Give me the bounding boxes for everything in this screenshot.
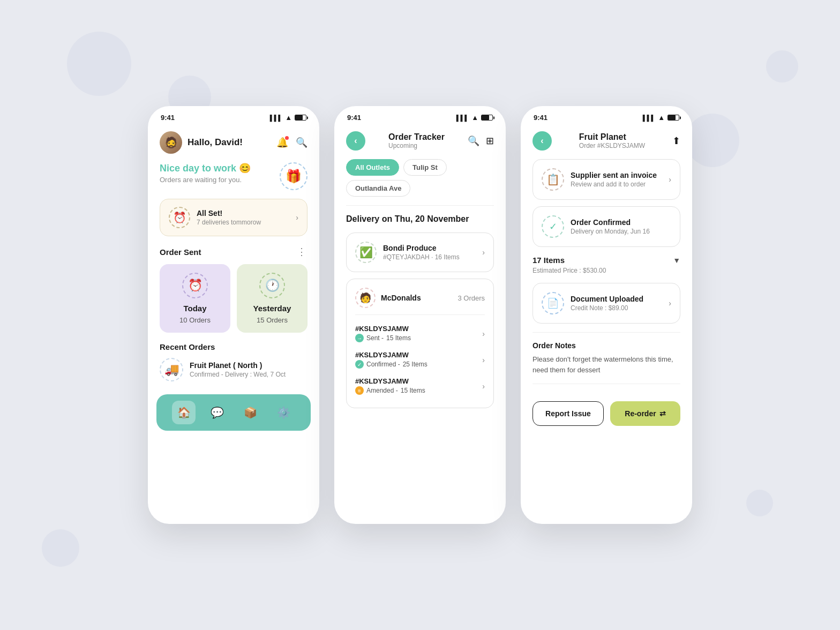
sent-status-icon: → xyxy=(355,334,364,342)
recent-orders-section: Recent Orders 🚚 Fruit Planet ( North ) C… xyxy=(148,342,319,388)
recent-orders-title: Recent Orders xyxy=(160,342,308,351)
gift-icon: 🎁 xyxy=(280,162,308,190)
nav-chat[interactable]: 💬 xyxy=(205,401,229,424)
wifi-icon-3: ▲ xyxy=(658,114,665,122)
mc-order-3-details: #KSLDYSJAMW ≡ Amended - 15 Items xyxy=(355,377,425,395)
greeting-text: Nice day to work 😊 Orders are waiting fo… xyxy=(160,162,251,184)
doc-text: Document Uploaded Credit Note : $89.00 xyxy=(571,295,643,312)
tracker-header: ‹ Order Tracker Upcoming 🔍 ⊞ xyxy=(334,126,506,159)
detail-header: ‹ Fruit Planet Order #KSLDYSJAMW ⬆ xyxy=(521,126,692,159)
confirmed-subtitle: Delivery on Monday, Jun 16 xyxy=(571,228,650,235)
notification-bell-icon[interactable]: 🔔 xyxy=(276,137,288,148)
mc-order-1[interactable]: #KSLDYSJAMW → Sent - 15 Items › xyxy=(355,320,485,347)
tracker-title: Order Tracker xyxy=(388,132,445,142)
allset-subtitle: 7 deliveries tommorow xyxy=(197,219,261,226)
confirmed-status-icon: ✓ xyxy=(355,360,364,369)
status-time-1: 9:41 xyxy=(161,114,175,122)
wifi-icon-1: ▲ xyxy=(285,114,292,122)
signal-icon-1: ▌▌▌ xyxy=(270,115,282,121)
invoice-icon: 📋 xyxy=(542,168,564,191)
divider-notes xyxy=(532,332,680,333)
filter-outlandia[interactable]: Outlandia Ave xyxy=(346,180,410,197)
order-sent-title: Order Sent xyxy=(160,248,201,257)
tracker-subtitle: Upcoming xyxy=(388,142,445,149)
order-ref: Order #KSLDYSJAMW xyxy=(579,142,645,149)
nav-home[interactable]: 🏠 xyxy=(172,401,196,424)
filter-icon[interactable]: ⊞ xyxy=(486,135,494,147)
doc-title: Document Uploaded xyxy=(571,295,643,303)
today-card[interactable]: ⏰ Today 10 Orders xyxy=(160,264,230,333)
filter-tulip-st[interactable]: Tulip St xyxy=(403,159,447,176)
mc-order-1-id: #KSLDYSJAMW xyxy=(355,325,411,333)
document-icon: 📄 xyxy=(542,292,564,314)
mc-order-3[interactable]: #KSLDYSJAMW ≡ Amended - 15 Items › xyxy=(355,373,485,399)
greeting-sub-text: Orders are waiting for you. xyxy=(160,176,251,184)
filter-all-outlets[interactable]: All Outlets xyxy=(346,159,399,176)
nav-orders[interactable]: 📦 xyxy=(238,401,262,424)
bondi-produce-card[interactable]: ✅ Bondi Produce #QTEYJAKDAH · 16 Items › xyxy=(346,232,494,272)
mc-order-2-left: #KSLDYSJAMW ✓ Confirmed - 25 Items xyxy=(355,351,428,369)
status-time-3: 9:41 xyxy=(534,114,548,122)
bondi-order-ref: #QTEYJAKDAH · 16 Items xyxy=(383,253,460,261)
nav-settings[interactable]: ⚙️ xyxy=(272,401,295,424)
wifi-icon-2: ▲ xyxy=(471,114,478,122)
dropdown-arrow-icon[interactable]: ▼ xyxy=(673,256,680,265)
bottom-navigation: 🏠 💬 📦 ⚙️ xyxy=(156,394,311,431)
mc-orders-count: 3 Orders xyxy=(458,294,485,302)
recent-order-item[interactable]: 🚚 Fruit Planet ( North ) Confirmed - Del… xyxy=(160,358,308,388)
back-button[interactable]: ‹ xyxy=(346,131,365,151)
battery-icon-2 xyxy=(481,115,493,121)
mc-divider xyxy=(355,314,485,315)
chevron-right-bondi: › xyxy=(482,248,485,257)
more-options-icon[interactable]: ⋮ xyxy=(297,246,308,258)
bondi-icon: ✅ xyxy=(355,242,377,263)
status-time-2: 9:41 xyxy=(347,114,361,122)
signal-icon-2: ▌▌▌ xyxy=(456,115,469,121)
allset-left: ⏰ All Set! 7 deliveries tommorow xyxy=(169,207,261,228)
status-bar-2: 9:41 ▌▌▌ ▲ xyxy=(334,106,506,126)
status-icons-2: ▌▌▌ ▲ xyxy=(456,114,493,122)
home-header: 🧔 Hallo, David! 🔔 🔍 xyxy=(148,126,319,162)
share-icon[interactable]: ⬆ xyxy=(672,135,680,147)
search-icon[interactable]: 🔍 xyxy=(296,137,308,148)
document-card[interactable]: 📄 Document Uploaded Credit Note : $89.00… xyxy=(532,283,680,324)
bondi-name: Bondi Produce xyxy=(383,244,460,252)
invoice-card-left: 📋 Supplier sent an invoice Review and ad… xyxy=(542,168,657,191)
delivery-date: Delivery on Thu, 20 November xyxy=(334,214,506,232)
invoice-card[interactable]: 📋 Supplier sent an invoice Review and ad… xyxy=(532,159,680,200)
allset-card[interactable]: ⏰ All Set! 7 deliveries tommorow › xyxy=(160,199,308,236)
tracker-actions: 🔍 ⊞ xyxy=(468,135,494,147)
battery-icon-3 xyxy=(668,115,679,121)
reorder-icon: ⇄ xyxy=(659,409,666,418)
yesterday-card[interactable]: 🕐 Yesterday 15 Orders xyxy=(237,264,308,333)
notification-dot xyxy=(285,136,289,140)
invoice-title: Supplier sent an invoice xyxy=(571,171,657,179)
chevron-mc-2: › xyxy=(482,356,485,364)
phone-order-tracker: 9:41 ▌▌▌ ▲ ‹ Order Tracker Upcoming 🔍 ⊞ … xyxy=(334,106,506,524)
greeting-row: Nice day to work 😊 Orders are waiting fo… xyxy=(160,162,308,190)
divider-1 xyxy=(346,205,494,206)
mc-order-3-status: ≡ Amended - 15 Items xyxy=(355,386,425,395)
phone-order-detail: 9:41 ▌▌▌ ▲ ‹ Fruit Planet Order #KSLDYSJ… xyxy=(521,106,692,524)
filter-tabs: All Outlets Tulip St Outlandia Ave xyxy=(334,159,506,205)
invoice-subtitle: Review and add it to order xyxy=(571,181,657,188)
mc-order-2-status: ✓ Confirmed - 25 Items xyxy=(355,360,428,369)
doc-subtitle: Credit Note : $89.00 xyxy=(571,304,643,312)
mc-order-1-status: → Sent - 15 Items xyxy=(355,334,411,342)
invoice-text: Supplier sent an invoice Review and add … xyxy=(571,171,657,188)
signal-icon-3: ▌▌▌ xyxy=(643,115,655,121)
items-count: 17 Items xyxy=(532,256,565,265)
mc-avatar: 🧑 xyxy=(355,288,376,308)
tracker-title-block: Order Tracker Upcoming xyxy=(388,132,445,149)
chevron-doc: › xyxy=(669,299,671,308)
report-issue-button[interactable]: Report Issue xyxy=(532,401,604,426)
mc-order-2[interactable]: #KSLDYSJAMW ✓ Confirmed - 25 Items › xyxy=(355,347,485,373)
back-button-3[interactable]: ‹ xyxy=(532,131,552,151)
mc-order-2-details: #KSLDYSJAMW ✓ Confirmed - 25 Items xyxy=(355,351,428,369)
search-icon-tracker[interactable]: 🔍 xyxy=(468,135,479,147)
greeting-main-text: Nice day to work 😊 xyxy=(160,162,251,174)
reorder-button[interactable]: Re-order ⇄ xyxy=(610,401,680,426)
yesterday-icon: 🕐 xyxy=(259,273,285,298)
status-bar-3: 9:41 ▌▌▌ ▲ xyxy=(521,106,692,126)
recent-item-details: Fruit Planet ( North ) Confirmed - Deliv… xyxy=(190,361,286,378)
